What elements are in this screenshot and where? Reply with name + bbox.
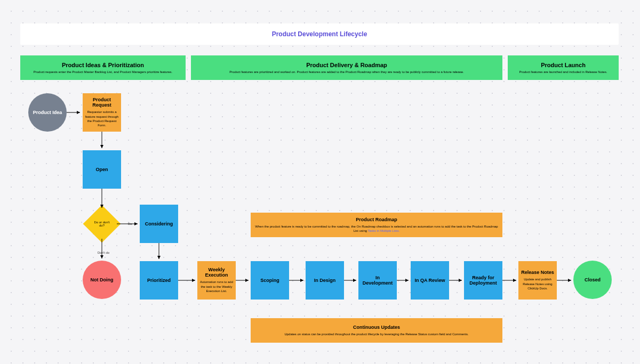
node-considering-label: Considering [145, 221, 173, 227]
node-considering[interactable]: Considering [140, 205, 178, 243]
node-closed[interactable]: Closed [573, 261, 612, 299]
node-weekly-execution[interactable]: Weekly Execution Automation runs to add … [197, 261, 236, 300]
edge-label-dont: Don't do [98, 251, 109, 254]
node-not-doing-label: Not Doing [91, 277, 114, 282]
diagram-title-bar: Product Development Lifecycle [20, 23, 619, 45]
node-scoping-label: Scoping [260, 278, 279, 283]
node-prioritized-label: Prioritized [147, 278, 171, 283]
node-release-notes[interactable]: Release Notes Update and publish Release… [518, 261, 557, 300]
node-open-label: Open [95, 167, 108, 172]
node-weekly-sub: Automation runs to add the task to the W… [199, 280, 234, 293]
node-product-idea[interactable]: Product Idea [28, 93, 67, 132]
section-ideas-title: Product Ideas & Prioritization [62, 62, 144, 68]
section-delivery-title: Product Delivery & Roadmap [306, 62, 387, 68]
node-roadmap-sub: When the product feature is ready to be … [253, 224, 500, 233]
node-product-request[interactable]: Product Request Requestor submits a feat… [83, 93, 121, 132]
node-product-roadmap[interactable]: Product Roadmap When the product feature… [251, 213, 502, 237]
node-in-development-label: In Development [361, 275, 395, 286]
section-launch: Product Launch Product features are laun… [508, 55, 619, 80]
node-in-design[interactable]: In Design [306, 261, 344, 300]
node-in-qa[interactable]: In QA Review [411, 261, 449, 300]
section-delivery: Product Delivery & Roadmap Product featu… [191, 55, 502, 80]
node-notes-title: Release Notes [521, 270, 554, 275]
section-launch-sub: Product features are launched and includ… [519, 70, 607, 74]
node-product-request-title: Product Request [85, 97, 119, 108]
section-launch-title: Product Launch [541, 62, 586, 68]
node-continuous-updates[interactable]: Continuous Updates Updates on status can… [251, 318, 502, 343]
node-cont-title: Continuous Updates [353, 325, 400, 330]
node-not-doing[interactable]: Not Doing [83, 261, 121, 299]
section-ideas: Product Ideas & Prioritization Product r… [20, 55, 186, 80]
edge-label-do: Do [128, 222, 132, 225]
diagram-canvas[interactable]: Product Development Lifecycle Product Id… [0, 0, 640, 364]
node-open[interactable]: Open [83, 150, 121, 189]
node-product-idea-label: Product Idea [33, 110, 62, 115]
node-weekly-title: Weekly Execution [199, 267, 234, 278]
roadmap-link[interactable]: Tasks in Multiple Lists. [368, 229, 400, 232]
node-cont-sub: Updates on status can be provided throug… [284, 332, 468, 336]
node-decision-label: Do or don't do? [89, 211, 115, 237]
diagram-title: Product Development Lifecycle [272, 30, 367, 38]
node-ready[interactable]: Ready for Deployment [464, 261, 502, 300]
node-in-design-label: In Design [314, 278, 336, 283]
node-ready-label: Ready for Deployment [466, 275, 500, 286]
node-decision[interactable]: Do or don't do? [89, 211, 115, 237]
section-delivery-sub: Product features are prioritized and wor… [229, 70, 464, 74]
node-in-development[interactable]: In Development [358, 261, 397, 300]
node-in-qa-label: In QA Review [414, 278, 445, 283]
node-roadmap-title: Product Roadmap [356, 217, 397, 222]
section-ideas-sub: Product requests enter the Product Maste… [34, 70, 172, 74]
node-notes-sub: Update and publish Release Notes using C… [521, 277, 555, 290]
node-product-request-sub: Requestor submits a feature request thro… [85, 110, 119, 128]
node-closed-label: Closed [585, 277, 601, 282]
node-prioritized[interactable]: Prioritized [140, 261, 178, 300]
node-scoping[interactable]: Scoping [251, 261, 289, 300]
